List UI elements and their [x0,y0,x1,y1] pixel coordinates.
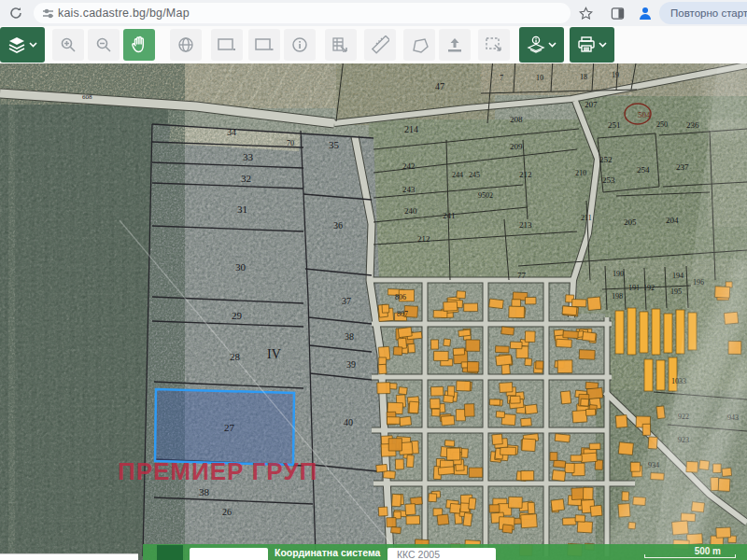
parcel-label: 27 [224,422,235,433]
map-canvas[interactable]: 608347035333231363029373828IV39274038264… [0,0,747,560]
parcel-label: 192 [643,284,655,292]
parcel-label: 194 [672,272,684,280]
parcel-label: 212 [417,234,430,244]
parcel-label: 237 [676,162,689,172]
status-bar: Координатна система ККС 2005 500 m [143,544,747,560]
parcel-label: 47 [435,81,444,91]
parcel-label: 198 [612,292,623,301]
coord-system-value[interactable]: ККС 2005 [388,548,496,560]
parcel-label: 18 [580,73,587,81]
reload-button[interactable] [6,3,26,23]
corner-box [0,553,138,560]
select-region-button[interactable] [478,29,510,61]
parcel-label: 33 [243,151,254,162]
parcel-label: 209 [510,142,523,151]
parcel-label: 254 [637,165,650,175]
parcel-label: 36 [333,220,343,231]
parcel-label: 204 [666,216,679,225]
parcel-label: 32 [241,173,251,184]
parcel-label: 212 [519,170,532,179]
parcel-label: 210 [575,169,586,177]
coordinate-input[interactable] [190,548,268,560]
parcel-label: 30 [235,261,247,273]
parcel-label: 211 [581,214,592,222]
parcel-label: 208 [510,115,523,124]
site-settings-icon[interactable] [37,3,58,23]
parcel-label: 250 [656,120,668,129]
status-square [157,545,183,560]
parcel-label: 10 [536,74,543,82]
parcel-label: 242 [402,161,416,171]
restore-session-pill[interactable]: Повторно стартиране з [659,2,747,24]
parcel-label: 77 [517,271,527,280]
parcel-label: 40 [344,417,353,427]
pan-tool-button[interactable] [123,29,155,61]
parcel-label: 70 [287,139,294,147]
identify-button[interactable] [284,29,316,61]
parcel-label: 504 [638,110,651,119]
url-text: kais.cadastre.bg/bg/Map [58,7,190,20]
parcel-label: 214 [404,124,418,134]
parcel-label: 35 [329,139,340,150]
parcel-label: 31 [237,203,247,215]
parcel-label: 9502 [478,191,493,200]
parcel-label: 213 [519,220,532,230]
map-toolbar [0,26,747,63]
restore-session-text: Повторно стартиране з [670,7,747,19]
parcel-label: 243 [402,185,416,194]
browser-bar: kais.cadastre.bg/bg/Map Повторно стартир… [0,0,747,26]
screen: 608347035333231363029373828IV39274038264… [0,0,747,560]
parcel-label: 252 [599,155,613,164]
scale-line [644,554,736,558]
parcel-label: 806 [395,293,406,301]
parcel-label: 807 [397,310,408,318]
print-menu-button[interactable] [570,27,614,63]
parcel-label: 251 [608,120,621,130]
scale-bar: 500 m [616,544,747,560]
sidebar-icon[interactable] [607,3,627,23]
zoom-rect-in-button[interactable] [211,29,243,61]
attributes-table-button[interactable] [325,29,357,61]
parcel-label: 236 [686,120,699,130]
parcel-label: 191 [628,284,640,292]
measure-button[interactable] [364,29,396,61]
zoom-in-button[interactable] [52,29,84,61]
watermark: ПРЕМИЕР ГРУП [118,457,317,486]
zoom-rect-out-button[interactable] [248,29,280,61]
coord-system-label: Координатна система [275,547,380,558]
parcel-label: 38 [199,486,210,497]
parcel-label: 195 [670,287,682,296]
address-input[interactable]: kais.cadastre.bg/bg/Map [34,3,571,23]
parcel-label: 19 [612,71,619,79]
parcel-label: 26 [222,507,232,517]
parcel-label: 38 [345,331,354,342]
parcel-label: 205 [624,217,637,227]
parcel-label: 241 [443,211,456,220]
draw-polygon-button[interactable] [403,29,435,61]
parcel-label: 37 [342,296,351,306]
parcel-label: 29 [232,310,243,321]
parcel-label: 190 [613,270,624,278]
profile-icon[interactable] [635,3,655,23]
parcel-label: IV [267,347,281,361]
parcel-label: 240 [404,206,417,216]
upload-button[interactable] [439,29,471,61]
parcel-label: 7 [500,74,503,82]
zoom-out-button[interactable] [88,29,120,61]
parcel-label: 244 [452,171,463,179]
parcel-label: 253 [602,175,615,185]
parcel-label: 608 [82,93,92,101]
parcel-label: 245 [469,171,480,179]
info-layers-menu-button[interactable] [519,27,564,63]
full-extent-button[interactable] [170,29,202,61]
parcel-label: 28 [230,351,241,362]
parcel-label: 34 [227,127,236,137]
parcel-label: 207 [585,100,598,109]
layers-menu-button[interactable] [0,27,45,63]
bookmark-star-icon[interactable] [575,3,596,23]
parcel-label: 39 [346,359,356,370]
